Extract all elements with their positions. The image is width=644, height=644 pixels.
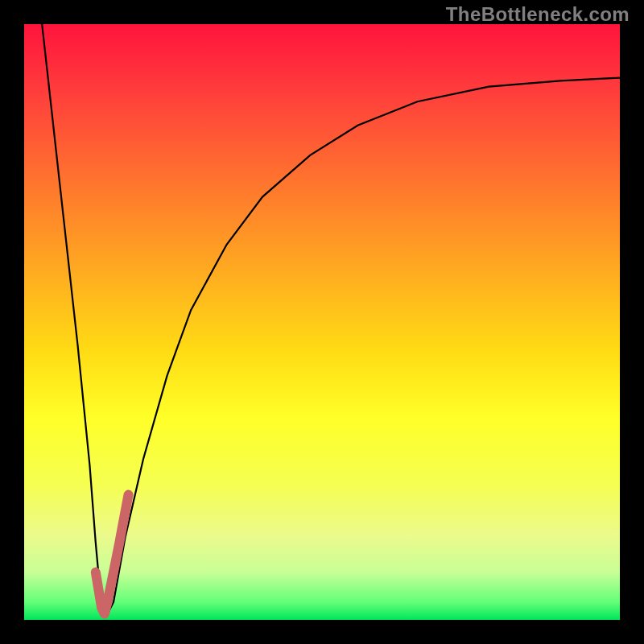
bottleneck-curve [42, 24, 620, 614]
watermark-label: TheBottleneck.com [446, 3, 630, 26]
plot-area [24, 24, 620, 620]
highlight-segment [96, 495, 129, 614]
chart-container: TheBottleneck.com [0, 0, 644, 644]
curve-layer [24, 24, 620, 620]
